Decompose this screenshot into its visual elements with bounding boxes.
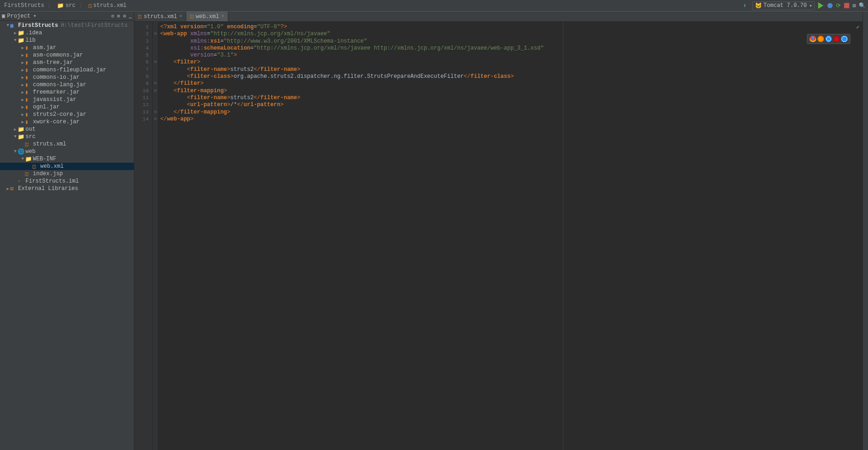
expand-arrow-icon[interactable]: ▶: [20, 97, 25, 102]
tab-label: struts.xml: [144, 13, 177, 20]
tree-row[interactable]: ▼📁lib: [0, 37, 134, 44]
expand-arrow-icon[interactable]: ▶: [20, 53, 25, 58]
tree-row[interactable]: ▶📁out: [0, 126, 134, 133]
tree-row[interactable]: ▶▮commons-lang.jar: [0, 81, 134, 89]
expand-arrow-icon[interactable]: ▶: [20, 112, 25, 117]
sidebar-title-group[interactable]: ▣ Project ▼: [2, 13, 36, 19]
tree-row[interactable]: ▶▮ognl.jar: [0, 103, 134, 111]
validation-ok-icon[interactable]: ✔: [856, 24, 860, 31]
tree-label: .idea: [25, 30, 42, 36]
expand-arrow-icon[interactable]: ▼: [13, 38, 18, 43]
expand-arrow-icon[interactable]: ▶: [20, 82, 25, 88]
expand-arrow-icon[interactable]: ▶: [20, 68, 25, 73]
tree-row[interactable]: ▶▮asm-tree.jar: [0, 59, 134, 66]
build-icon[interactable]: ⬇: [743, 2, 749, 9]
tree-row[interactable]: ▼📁src: [0, 133, 134, 140]
breadcrumb-item[interactable]: FirstStructs: [2, 2, 46, 9]
code-content[interactable]: <?xml version="1.0" encoding="UTF-8"?><w…: [158, 22, 862, 450]
tree-label: FirstStructs: [18, 22, 58, 29]
opera-icon[interactable]: [833, 36, 840, 42]
sidebar-toolbar: ⊖ ⊕ ⚙ ⎯: [111, 13, 132, 19]
tree-label: FirstStructs.iml: [25, 178, 79, 184]
file-type-icon: ▮: [25, 67, 31, 74]
tree-row[interactable]: ▶▮freemarker.jar: [0, 89, 134, 96]
expand-arrow-icon[interactable]: ▶: [20, 45, 25, 51]
expand-arrow-icon[interactable]: ▶: [13, 31, 18, 36]
tree-row[interactable]: ▶▮commons-fileupload.jar: [0, 66, 134, 74]
expand-arrow-icon[interactable]: ▶: [20, 90, 25, 95]
file-type-icon: ▮: [25, 74, 31, 81]
settings-icon[interactable]: ⚙: [123, 13, 126, 19]
tree-row[interactable]: ▶▮commons-io.jar: [0, 74, 134, 81]
tree-row[interactable]: ▶▮xwork-core.jar: [0, 118, 134, 126]
tree-row[interactable]: ◫web.xml: [0, 163, 134, 170]
file-type-icon: 📁: [18, 30, 24, 37]
breadcrumb-item[interactable]: ◫struts.xml: [87, 2, 128, 10]
tree-row[interactable]: ▶▮asm-commons.jar: [0, 51, 134, 59]
tree-row[interactable]: ◫index.jsp: [0, 170, 134, 177]
tree-label: web.xml: [40, 163, 63, 170]
tree-label: freemarker.jar: [33, 89, 80, 95]
line-number-gutter[interactable]: 1234567891011121314: [134, 22, 153, 450]
ie-icon[interactable]: [841, 36, 848, 42]
run-config-label: Tomcat 7.0.70: [763, 2, 807, 9]
editor-body[interactable]: 1234567891011121314 ⊟⊟⊟⊟⊟⊟ <?xml version…: [134, 22, 862, 450]
stop-button[interactable]: [843, 2, 850, 9]
tree-row[interactable]: ▶▮struts2-core.jar: [0, 111, 134, 118]
tree-label: commons-io.jar: [33, 74, 80, 81]
tree-row[interactable]: ▶⊞External Libraries: [0, 185, 134, 192]
tree-label: lib: [25, 37, 36, 44]
fold-gutter[interactable]: ⊟⊟⊟⊟⊟⊟: [153, 22, 158, 450]
chrome-icon[interactable]: [810, 36, 816, 42]
expand-arrow-icon[interactable]: ▼: [13, 149, 18, 154]
expand-arrow-icon[interactable]: ▶: [6, 186, 10, 191]
tree-row[interactable]: ▫FirstStructs.iml: [0, 177, 134, 185]
breadcrumb-item[interactable]: 📁src: [55, 2, 77, 10]
tree-label: struts2-core.jar: [33, 111, 86, 118]
expand-arrow-icon[interactable]: ▼: [20, 157, 25, 161]
editor-tab[interactable]: ◫web.xml×: [186, 12, 228, 21]
safari-icon[interactable]: [825, 36, 832, 42]
editor-tab[interactable]: ◫struts.xml×: [134, 12, 186, 21]
expand-arrow-icon[interactable]: ▶: [20, 75, 25, 80]
expand-arrow-icon[interactable]: ▶: [20, 105, 25, 110]
run-button[interactable]: [818, 2, 824, 9]
close-icon[interactable]: ×: [179, 14, 182, 19]
tree-row[interactable]: ▶▮asm.jar: [0, 44, 134, 51]
dropdown-arrow-icon: ▼: [810, 4, 812, 8]
tree-label: asm-commons.jar: [33, 52, 83, 58]
tree-label: out: [25, 126, 36, 133]
hide-icon[interactable]: ⎯: [129, 13, 132, 19]
tree-label: index.jsp: [33, 171, 63, 177]
expand-arrow-icon[interactable]: ▼: [13, 134, 18, 139]
target-icon[interactable]: ⊕: [117, 13, 120, 19]
tree-row[interactable]: ◫struts.xml: [0, 140, 134, 148]
tree-row[interactable]: ▼🌐web: [0, 148, 134, 155]
breadcrumbs: FirstStructs〉📁src〉◫struts.xml: [2, 2, 128, 10]
expand-arrow-icon[interactable]: ▶: [20, 60, 25, 65]
firefox-icon[interactable]: [818, 36, 824, 42]
tree-label: asm.jar: [33, 44, 56, 51]
search-button[interactable]: 🔍: [859, 2, 866, 9]
file-type-icon: ▮: [25, 119, 31, 126]
close-icon[interactable]: ×: [221, 14, 224, 19]
tree-row[interactable]: ▶▮javassist.jar: [0, 96, 134, 103]
file-type-icon: ▮: [25, 104, 31, 111]
expand-arrow-icon[interactable]: ▶: [20, 120, 25, 125]
file-type-icon: ◫: [190, 13, 193, 20]
expand-arrow-icon[interactable]: ▶: [13, 127, 18, 132]
tree-row[interactable]: ▼📁WEB-INF: [0, 155, 134, 163]
project-sidebar: ▣ Project ▼ ⊖ ⊕ ⚙ ⎯ ▼▣FirstStructsH:\tes…: [0, 12, 134, 450]
project-tree[interactable]: ▼▣FirstStructsH:\test\FirstStructs▶📁.ide…: [0, 21, 134, 450]
tree-row[interactable]: ▼▣FirstStructsH:\test\FirstStructs: [0, 22, 134, 29]
breadcrumb-separator: 〉: [79, 2, 85, 10]
sidebar-title: Project: [7, 13, 30, 19]
layout-button[interactable]: ⊞: [853, 2, 856, 9]
collapse-all-icon[interactable]: ⊖: [111, 13, 114, 19]
tree-row[interactable]: ▶📁.idea: [0, 29, 134, 37]
run-configuration-selector[interactable]: 🐱 Tomcat 7.0.70 ▼: [752, 1, 814, 10]
rerun-button[interactable]: ⟳: [836, 2, 841, 9]
debug-button[interactable]: [827, 2, 833, 9]
expand-arrow-icon[interactable]: ▼: [6, 23, 10, 28]
file-type-icon: ◫: [25, 141, 31, 148]
